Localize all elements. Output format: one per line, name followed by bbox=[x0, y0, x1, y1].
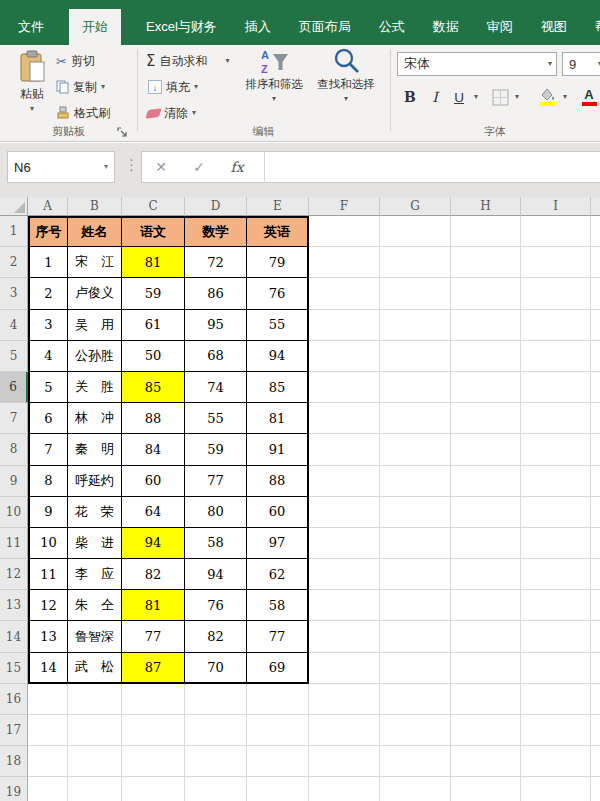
cell-H1[interactable] bbox=[451, 216, 521, 247]
name-box[interactable]: N6 ▾ bbox=[7, 151, 115, 183]
cell-J13[interactable] bbox=[591, 590, 600, 621]
cell-D2[interactable]: 72 bbox=[185, 247, 247, 278]
enter-check-icon[interactable]: ✓ bbox=[180, 159, 218, 175]
cell-F14[interactable] bbox=[309, 621, 380, 652]
column-header-E[interactable]: E bbox=[247, 197, 309, 216]
cell-B3[interactable]: 卢俊义 bbox=[68, 278, 122, 309]
cell-J12[interactable] bbox=[591, 559, 600, 590]
row-header-14[interactable]: 14 bbox=[0, 621, 28, 652]
cell-C14[interactable]: 77 bbox=[122, 621, 185, 652]
formula-bar-splitter[interactable]: ⋮ bbox=[124, 156, 139, 174]
borders-dropdown-caret[interactable]: ▾ bbox=[512, 85, 522, 109]
cell-G19[interactable] bbox=[380, 777, 451, 801]
cell-E7[interactable]: 81 bbox=[247, 403, 309, 434]
row-header-9[interactable]: 9 bbox=[0, 466, 28, 497]
cell-D7[interactable]: 55 bbox=[185, 403, 247, 434]
cell-D9[interactable]: 77 bbox=[185, 466, 247, 497]
cell-I18[interactable] bbox=[521, 746, 591, 777]
paste-button[interactable]: 粘贴 ▾ bbox=[8, 48, 56, 136]
italic-button[interactable]: I bbox=[426, 85, 444, 109]
clear-dropdown-caret[interactable]: ▾ bbox=[192, 109, 196, 117]
column-header-C[interactable]: C bbox=[122, 197, 185, 216]
cell-B4[interactable]: 吴 用 bbox=[68, 310, 122, 341]
clipboard-dialog-launcher-icon[interactable] bbox=[117, 126, 127, 140]
cell-C16[interactable] bbox=[122, 684, 185, 715]
cell-F15[interactable] bbox=[309, 653, 380, 684]
cell-I9[interactable] bbox=[521, 466, 591, 497]
row-header-18[interactable]: 18 bbox=[0, 746, 28, 777]
format-painter-button[interactable]: 格式刷 bbox=[56, 103, 110, 123]
cell-G15[interactable] bbox=[380, 653, 451, 684]
cell-A16[interactable] bbox=[28, 684, 68, 715]
underline-dropdown-caret[interactable]: ▾ bbox=[471, 85, 481, 109]
cut-button[interactable]: ✂ 剪切 bbox=[56, 51, 95, 71]
cell-E15[interactable]: 69 bbox=[247, 653, 309, 684]
cell-F5[interactable] bbox=[309, 341, 380, 372]
cell-D1[interactable]: 数学 bbox=[185, 216, 247, 247]
ribbon-tab-6[interactable]: 数据 bbox=[430, 9, 462, 45]
cell-H10[interactable] bbox=[451, 497, 521, 528]
cell-A11[interactable]: 10 bbox=[28, 528, 68, 559]
font-color-button[interactable]: A bbox=[578, 85, 600, 109]
cell-I10[interactable] bbox=[521, 497, 591, 528]
cell-E10[interactable]: 60 bbox=[247, 497, 309, 528]
cell-A3[interactable]: 2 bbox=[28, 278, 68, 309]
cell-C6[interactable]: 85 bbox=[122, 372, 185, 403]
cell-G1[interactable] bbox=[380, 216, 451, 247]
cell-B6[interactable]: 关 胜 bbox=[68, 372, 122, 403]
ribbon-tab-1[interactable]: 开始 bbox=[69, 9, 121, 45]
cell-F4[interactable] bbox=[309, 310, 380, 341]
cell-F6[interactable] bbox=[309, 372, 380, 403]
cell-D6[interactable]: 74 bbox=[185, 372, 247, 403]
column-header-D[interactable]: D bbox=[185, 197, 247, 216]
cell-J17[interactable] bbox=[591, 715, 600, 746]
cell-D11[interactable]: 58 bbox=[185, 528, 247, 559]
cell-I5[interactable] bbox=[521, 341, 591, 372]
select-all-corner[interactable] bbox=[0, 197, 28, 216]
cell-H14[interactable] bbox=[451, 621, 521, 652]
copy-button[interactable]: 复制 ▾ bbox=[56, 77, 105, 97]
cell-I2[interactable] bbox=[521, 247, 591, 278]
cell-E9[interactable]: 88 bbox=[247, 466, 309, 497]
autosum-button[interactable]: Σ 自动求和 ▾ bbox=[146, 51, 230, 71]
cell-F11[interactable] bbox=[309, 528, 380, 559]
cell-A5[interactable]: 4 bbox=[28, 341, 68, 372]
cell-H3[interactable] bbox=[451, 278, 521, 309]
cell-C4[interactable]: 61 bbox=[122, 310, 185, 341]
cell-E6[interactable]: 85 bbox=[247, 372, 309, 403]
cell-A14[interactable]: 13 bbox=[28, 621, 68, 652]
cell-H6[interactable] bbox=[451, 372, 521, 403]
cell-B1[interactable]: 姓名 bbox=[68, 216, 122, 247]
row-header-1[interactable]: 1 bbox=[0, 216, 28, 247]
cell-C18[interactable] bbox=[122, 746, 185, 777]
cell-D18[interactable] bbox=[185, 746, 247, 777]
cell-F12[interactable] bbox=[309, 559, 380, 590]
cell-I7[interactable] bbox=[521, 403, 591, 434]
cell-G9[interactable] bbox=[380, 466, 451, 497]
cell-J2[interactable] bbox=[591, 247, 600, 278]
cell-F7[interactable] bbox=[309, 403, 380, 434]
cell-J7[interactable] bbox=[591, 403, 600, 434]
cell-J4[interactable] bbox=[591, 310, 600, 341]
cell-A15[interactable]: 14 bbox=[28, 653, 68, 684]
bold-button[interactable]: B bbox=[399, 85, 421, 109]
cell-C3[interactable]: 59 bbox=[122, 278, 185, 309]
cell-C1[interactable]: 语文 bbox=[122, 216, 185, 247]
cell-G18[interactable] bbox=[380, 746, 451, 777]
cell-G2[interactable] bbox=[380, 247, 451, 278]
cell-E1[interactable]: 英语 bbox=[247, 216, 309, 247]
cell-F8[interactable] bbox=[309, 434, 380, 465]
cell-D12[interactable]: 94 bbox=[185, 559, 247, 590]
cell-E14[interactable]: 77 bbox=[247, 621, 309, 652]
cell-I11[interactable] bbox=[521, 528, 591, 559]
fill-dropdown-caret[interactable]: ▾ bbox=[194, 83, 198, 91]
cell-D17[interactable] bbox=[185, 715, 247, 746]
copy-dropdown-caret[interactable]: ▾ bbox=[101, 83, 105, 91]
row-header-13[interactable]: 13 bbox=[0, 590, 28, 621]
ribbon-tab-2[interactable]: Excel与财务 bbox=[143, 9, 220, 45]
cell-A7[interactable]: 6 bbox=[28, 403, 68, 434]
cell-J15[interactable] bbox=[591, 653, 600, 684]
cell-G11[interactable] bbox=[380, 528, 451, 559]
cell-G17[interactable] bbox=[380, 715, 451, 746]
cell-I13[interactable] bbox=[521, 590, 591, 621]
